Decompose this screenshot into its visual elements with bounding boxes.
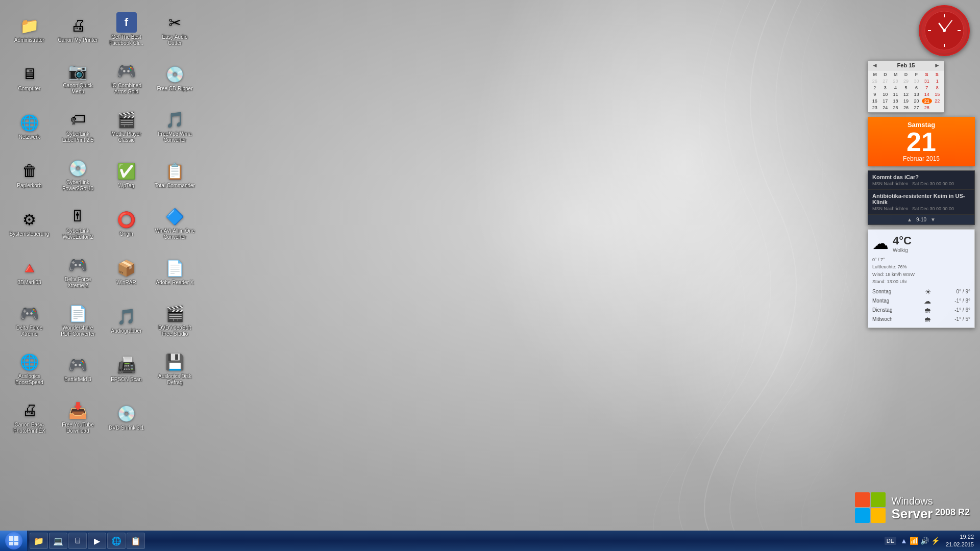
icon-origin[interactable]: ⭕Origin <box>105 202 148 245</box>
cal-day-3-5[interactable]: 21 <box>922 98 932 104</box>
taskbar-item-ie[interactable]: 🌐 <box>107 533 126 549</box>
icon-delta-force-xtreme[interactable]: 🎮Delta Force Xtreme <box>8 298 51 342</box>
cal-day-2-3[interactable]: 12 <box>901 91 911 97</box>
news-page: 9-10 <box>916 217 926 222</box>
icon-label-delta-force-2: Delta Force Xtreme 2 <box>58 277 98 289</box>
icon-epson-scan[interactable]: 📠EPSON Scan <box>105 347 148 390</box>
cal-day-0-4[interactable]: 30 <box>912 78 921 84</box>
cal-day-4-5[interactable]: 28 <box>922 105 932 111</box>
cal-day-0-2[interactable]: 28 <box>891 78 900 84</box>
cal-day-0-5[interactable]: 31 <box>922 78 932 84</box>
cal-day-2-6[interactable]: 15 <box>933 91 942 97</box>
taskbar-item-misc[interactable]: 📋 <box>127 533 145 549</box>
cal-next[interactable]: ► <box>933 62 942 69</box>
cal-day-4-6 <box>933 105 942 111</box>
icon-canon-quick-menu[interactable]: 📷Canon Quick Menu <box>56 56 100 99</box>
cal-day-1-3[interactable]: 5 <box>901 85 911 91</box>
icon-label-wptag: WpTag <box>118 183 134 189</box>
cal-day-0-0[interactable]: 26 <box>870 78 879 84</box>
icon-cyberlink-power2go[interactable]: 💿CyberLink Power2Go 10 <box>56 153 100 196</box>
icon-total-commander[interactable]: 📋Total Commander <box>153 153 197 196</box>
icon-winrar[interactable]: 📦WinRAR <box>105 250 148 293</box>
cal-day-1-0[interactable]: 2 <box>870 85 879 91</box>
icon-wptag[interactable]: ✅WpTag <box>105 153 148 196</box>
news-item-1[interactable]: Antibiotika-resistenter Keim in US-Klini… <box>868 190 974 215</box>
icon-free-cd-ripper[interactable]: 💿Free CD Ripper <box>153 56 197 99</box>
icon-adobe-reader[interactable]: 📄Adobe Reader X <box>153 250 197 293</box>
icon-label-papierkorb: Papierkorb <box>17 183 41 189</box>
tray-expand[interactable]: ▲ <box>900 537 908 545</box>
cal-day-4-3[interactable]: 26 <box>901 105 911 111</box>
icon-media-player-classic[interactable]: 🎬Media Player Classic <box>105 105 148 148</box>
icon-administrator[interactable]: 📁Administrator <box>8 8 51 51</box>
icon-get-facebook[interactable]: fGet The Best Facebook Cli... <box>105 8 148 51</box>
icon-label-dvdvideosoft: DVDVideoSoft Free Studio <box>155 325 195 337</box>
icon-3dmark03[interactable]: 🔺3DMark03 <box>8 250 51 293</box>
icon-delta-force-2[interactable]: 🎮Delta Force Xtreme 2 <box>56 250 100 293</box>
icon-auslogics-speed[interactable]: 🌐Auslogics BoostSpeed <box>8 347 51 390</box>
tray-battery[interactable]: ⚡ <box>931 537 940 545</box>
icon-winavi-converter[interactable]: 🔷WinAVI All in One Converter <box>153 202 197 245</box>
cal-day-1-6[interactable]: 8 <box>933 85 942 91</box>
icon-papierkorb[interactable]: 🗑Papierkorb <box>8 153 51 196</box>
cal-day-3-4[interactable]: 20 <box>912 98 921 104</box>
cal-day-4-4[interactable]: 27 <box>912 105 921 111</box>
icon-img-auslogics-defrag: 💾 <box>165 352 185 372</box>
cal-day-4-1[interactable]: 24 <box>880 105 890 111</box>
icon-img-auslogics-speed: 🌐 <box>19 352 40 372</box>
taskbar-item-cmd[interactable]: 🖥 <box>68 533 87 549</box>
icon-canon-my-printer[interactable]: 🖨Canon My Printer <box>56 8 100 51</box>
icon-auslogics-defrag[interactable]: 💾Auslogics Disk Defrag <box>153 347 197 390</box>
icon-dvd-shrink[interactable]: 💿DVD Shrink 3.1 <box>105 395 148 439</box>
news-prev[interactable]: ▲ <box>907 217 912 222</box>
news-item-0[interactable]: Kommt das iCar? MSN Nachrichten Sat Dec … <box>868 171 974 190</box>
icon-audiograbber[interactable]: 🎵Audiograbber <box>105 298 148 342</box>
icon-img-winavi-converter: 🔷 <box>165 206 185 227</box>
icon-freemps-wma[interactable]: 🎵FreeMp3 Wma Converter <box>153 105 197 148</box>
icon-label-winavi-converter: WinAVI All in One Converter <box>155 228 195 240</box>
cal-day-1-5[interactable]: 7 <box>922 85 932 91</box>
cal-day-2-2[interactable]: 11 <box>891 91 900 97</box>
icon-cyberlink-labelprint[interactable]: 🏷CyberLink LabelPrint 2.5 <box>56 105 100 148</box>
cal-day-3-0[interactable]: 16 <box>870 98 879 104</box>
icon-battlefield3[interactable]: 🎮Battlefield 3 <box>56 347 100 390</box>
cal-day-4-0[interactable]: 23 <box>870 105 879 111</box>
icon-dvdvideosoft[interactable]: 🎬DVDVideoSoft Free Studio <box>153 298 197 342</box>
news-title-1: Antibiotika-resistenter Keim in US-Klini… <box>872 193 970 205</box>
cal-day-3-1[interactable]: 17 <box>880 98 890 104</box>
cal-day-2-0[interactable]: 9 <box>870 91 879 97</box>
taskbar-item-computer[interactable]: 💻 <box>49 533 67 549</box>
news-next[interactable]: ▼ <box>930 217 936 222</box>
cal-day-0-1[interactable]: 27 <box>880 78 890 84</box>
icon-io-combined-arms-gold[interactable]: 🎮IO Combined Arms Gold <box>105 56 148 99</box>
cal-day-4-2[interactable]: 25 <box>891 105 900 111</box>
icon-free-youtube[interactable]: 📥Free YouTube Download <box>56 395 100 439</box>
icon-cyberlink-waveeditor[interactable]: 🎚CyberLink WaveEditor 2 <box>56 202 100 245</box>
icon-computer[interactable]: 🖥Computer <box>8 56 51 99</box>
icon-systemsteuerung[interactable]: ⚙Systemsteuerung <box>8 202 51 245</box>
taskbar-item-media[interactable]: ▶ <box>88 533 106 549</box>
cal-day-2-4[interactable]: 13 <box>912 91 921 97</box>
icon-img-freemps-wma: 🎵 <box>165 109 185 130</box>
icon-netzwerk[interactable]: 🌐Netzwerk <box>8 105 51 148</box>
icon-wondershare-pdf[interactable]: 📄Wondershare PDF Converter <box>56 298 100 342</box>
tray-sound[interactable]: 🔊 <box>920 537 929 545</box>
icon-canon-photoprint[interactable]: 🖨Canon Easy-PhotoPrint EX <box>8 395 51 439</box>
cal-day-1-4[interactable]: 6 <box>912 85 921 91</box>
cal-day-2-1[interactable]: 10 <box>880 91 890 97</box>
taskbar-item-explorer[interactable]: 📁 <box>30 533 48 549</box>
cal-day-1-2[interactable]: 4 <box>891 85 900 91</box>
news-source-1: MSN Nachrichten Sat Dec 30 00:00:00 <box>872 206 970 211</box>
cal-day-0-6[interactable]: 1 <box>933 78 942 84</box>
cal-day-3-3[interactable]: 19 <box>901 98 911 104</box>
cal-day-3-6[interactable]: 22 <box>933 98 942 104</box>
tray-network[interactable]: 📶 <box>910 537 918 545</box>
taskbar-clock[interactable]: 19:22 21.02.2015 <box>944 533 976 549</box>
cal-day-2-5[interactable]: 14 <box>922 91 932 97</box>
cal-prev[interactable]: ◄ <box>870 62 879 69</box>
cal-day-0-3[interactable]: 29 <box>901 78 911 84</box>
icon-easy-audio-cutter[interactable]: ✂Easy Audio Cutter <box>153 8 197 51</box>
start-button[interactable] <box>0 531 28 551</box>
cal-day-3-2[interactable]: 18 <box>891 98 900 104</box>
cal-day-1-1[interactable]: 3 <box>880 85 890 91</box>
